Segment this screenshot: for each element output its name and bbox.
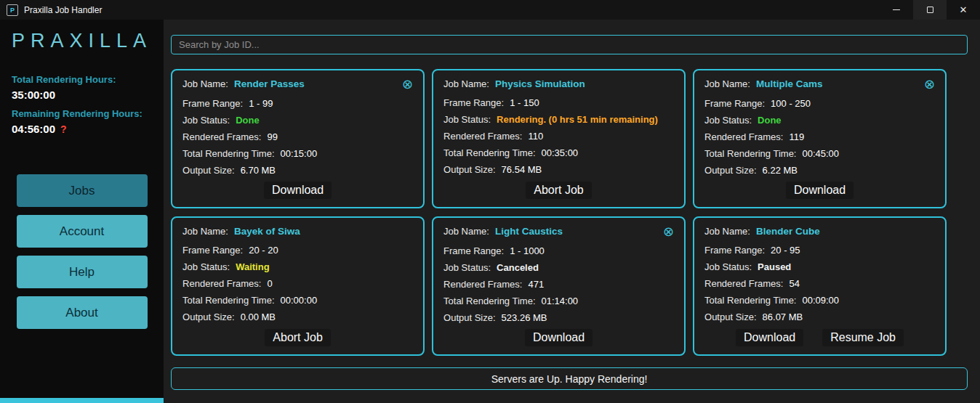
job-status-label: Job Status: xyxy=(704,261,752,272)
total-rendering-time-label: Total Rendering Time: xyxy=(704,295,796,306)
sidebar-nav: Jobs Account Help About xyxy=(12,174,152,337)
total-rendering-time-value: 01:14:00 xyxy=(542,296,579,306)
output-size-label: Output Size: xyxy=(443,164,496,175)
remaining-hours-value: 04:56:00? xyxy=(12,123,152,135)
frame-range-label: Frame Range: xyxy=(443,245,504,256)
rendered-frames-value: 0 xyxy=(267,278,272,289)
sidebar: PRAXILLA Total Rendering Hours: 35:00:00… xyxy=(0,20,164,403)
total-rendering-time-label: Total Rendering Time: xyxy=(443,296,535,306)
total-rendering-time-value: 00:15:00 xyxy=(281,148,318,159)
close-job-icon[interactable]: ⊗ xyxy=(663,226,674,237)
download-button[interactable]: Download xyxy=(264,182,332,199)
job-status-label: Job Status: xyxy=(182,261,230,272)
frame-range-value: 1 - 99 xyxy=(249,98,273,109)
job-name-label: Job Name: xyxy=(443,226,489,237)
total-rendering-time-label: Total Rendering Time: xyxy=(443,147,535,158)
download-button[interactable]: Download xyxy=(736,329,803,346)
sidebar-item-help[interactable]: Help xyxy=(17,256,148,288)
total-rendering-time-label: Total Rendering Time: xyxy=(182,295,274,306)
rendered-frames-label: Rendered Frames: xyxy=(182,278,261,289)
rendered-frames-label: Rendered Frames: xyxy=(443,279,522,290)
total-hours-label: Total Rendering Hours: xyxy=(12,74,152,85)
job-name-label: Job Name: xyxy=(704,226,750,237)
download-button[interactable]: Download xyxy=(786,182,854,199)
close-button[interactable]: ✕ xyxy=(947,0,980,20)
remaining-hours-text: 04:56:00 xyxy=(12,123,55,135)
total-rendering-time-label: Total Rendering Time: xyxy=(704,148,796,159)
server-status-message: Servers are Up. Happy Rendering! xyxy=(491,373,648,385)
sidebar-item-jobs[interactable]: Jobs xyxy=(17,174,148,207)
rendered-frames-label: Rendered Frames: xyxy=(182,131,261,142)
total-rendering-time-value: 00:09:00 xyxy=(802,295,839,306)
job-name-value: Physics Simulation xyxy=(495,78,585,89)
minimize-button[interactable] xyxy=(880,0,913,20)
rendered-frames-value: 110 xyxy=(528,131,543,142)
job-name-label: Job Name: xyxy=(182,78,228,89)
job-name-value: Blender Cube xyxy=(756,226,820,237)
close-job-icon[interactable]: ⊗ xyxy=(924,78,935,90)
output-size-value: 523.26 MB xyxy=(502,312,547,323)
search-input[interactable] xyxy=(171,35,968,54)
abort-job-button[interactable]: Abort Job xyxy=(265,329,330,346)
output-size-value: 6.70 MB xyxy=(241,165,276,176)
sidebar-item-about[interactable]: About xyxy=(17,296,148,329)
frame-range-value: 100 - 250 xyxy=(771,98,811,109)
job-status-label: Job Status: xyxy=(182,115,230,126)
output-size-value: 76.54 MB xyxy=(502,164,542,175)
maximize-button[interactable] xyxy=(913,0,947,20)
app-window: P Praxilla Job Handler ✕ PRAXILLA Total … xyxy=(0,0,980,403)
job-card: Job Name: Blender Cube Frame Range:20 - … xyxy=(693,216,947,356)
app-icon: P xyxy=(7,4,18,16)
total-hours-value: 35:00:00 xyxy=(12,89,152,101)
help-icon[interactable]: ? xyxy=(60,123,67,135)
app-logo: PRAXILLA xyxy=(12,30,152,52)
job-status-label: Job Status: xyxy=(443,114,491,125)
frame-range-value: 20 - 95 xyxy=(771,245,800,256)
close-icon: ✕ xyxy=(960,5,968,15)
job-status-value: Canceled xyxy=(497,262,539,273)
job-name-value: Bayek of Siwa xyxy=(234,226,300,237)
download-button[interactable]: Download xyxy=(525,329,593,346)
job-card: Job Name: Render Passes ⊗ Frame Range:1 … xyxy=(171,69,425,208)
job-card: Job Name: Bayek of Siwa Frame Range:20 -… xyxy=(171,216,425,356)
job-name-label: Job Name: xyxy=(182,226,228,237)
rendered-frames-value: 99 xyxy=(267,131,277,142)
window-title: Praxilla Job Handler xyxy=(24,5,102,15)
frame-range-value: 20 - 20 xyxy=(249,245,278,256)
total-rendering-time-value: 00:35:00 xyxy=(542,147,579,158)
job-name-label: Job Name: xyxy=(704,78,750,89)
titlebar: P Praxilla Job Handler ✕ xyxy=(0,0,980,20)
frame-range-label: Frame Range: xyxy=(182,245,243,256)
job-status-value: Done xyxy=(236,115,260,126)
job-cards-grid: Job Name: Render Passes ⊗ Frame Range:1 … xyxy=(171,69,968,356)
frame-range-label: Frame Range: xyxy=(182,98,243,109)
remaining-hours-label: Remaining Rendering Hours: xyxy=(12,108,152,119)
abort-job-button[interactable]: Abort Job xyxy=(526,182,591,199)
output-size-value: 6.22 MB xyxy=(763,165,798,176)
job-status-label: Job Status: xyxy=(704,115,752,126)
frame-range-label: Frame Range: xyxy=(704,98,765,109)
rendering-hours-stats: Total Rendering Hours: 35:00:00 Remainin… xyxy=(12,74,152,142)
sidebar-item-account[interactable]: Account xyxy=(17,215,148,248)
output-size-label: Output Size: xyxy=(704,165,757,176)
job-name-value: Light Caustics xyxy=(495,226,563,237)
output-size-label: Output Size: xyxy=(182,312,235,322)
rendered-frames-label: Rendered Frames: xyxy=(443,131,522,142)
job-name-value: Render Passes xyxy=(234,78,305,89)
main-area: Job Name: Render Passes ⊗ Frame Range:1 … xyxy=(164,20,980,403)
job-card: Job Name: Physics Simulation Frame Range… xyxy=(432,69,686,208)
job-status-label: Job Status: xyxy=(443,262,491,273)
total-rendering-time-label: Total Rendering Time: xyxy=(182,148,274,159)
job-name-label: Job Name: xyxy=(443,78,489,89)
rendered-frames-label: Rendered Frames: xyxy=(704,131,783,142)
job-card: Job Name: Light Caustics ⊗ Frame Range:1… xyxy=(432,216,686,356)
sidebar-accent-strip xyxy=(0,398,164,403)
output-size-label: Output Size: xyxy=(182,165,235,176)
frame-range-value: 1 - 1000 xyxy=(510,245,545,256)
total-rendering-time-value: 00:00:00 xyxy=(281,295,318,306)
resume-job-button[interactable]: Resume Job xyxy=(822,329,904,346)
maximize-icon xyxy=(927,7,933,13)
frame-range-label: Frame Range: xyxy=(443,97,504,108)
server-status-bar: Servers are Up. Happy Rendering! xyxy=(171,367,968,390)
close-job-icon[interactable]: ⊗ xyxy=(402,78,413,90)
